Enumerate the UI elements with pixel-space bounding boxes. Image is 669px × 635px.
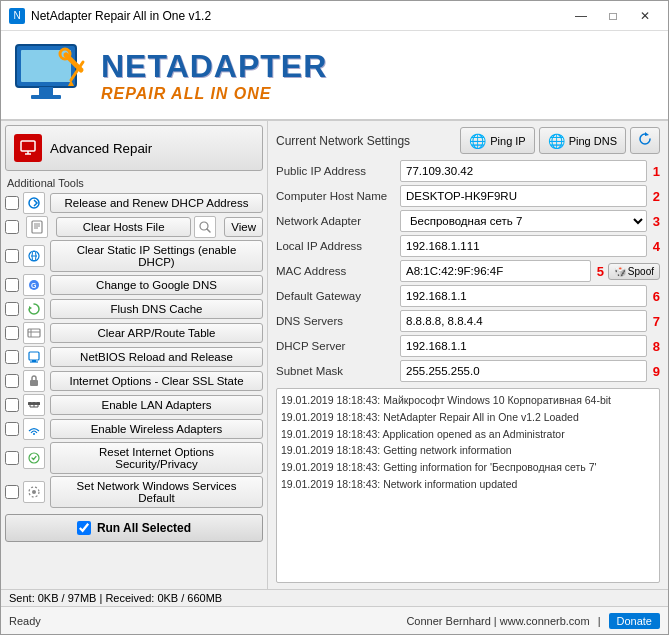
gateway-input[interactable] [400, 285, 647, 307]
right-panel: Current Network Settings 🌐 Ping IP 🌐 Pin… [268, 121, 668, 589]
local-ip-label: Local IP Address [276, 235, 396, 257]
internet-opts-checkbox[interactable] [5, 451, 19, 465]
refresh-button[interactable] [630, 127, 660, 154]
log-line: 19.01.2019 18:18:43: Майкрософт Windows … [281, 393, 655, 409]
network-adapter-select[interactable]: Беспроводная сеть 7 [400, 210, 647, 232]
status-right: Conner Bernhard | www.connerb.com | Dona… [406, 613, 660, 629]
log-line: 19.01.2019 18:18:43: Getting network inf… [281, 443, 655, 459]
additional-tools-label: Additional Tools [7, 177, 263, 189]
mac-input[interactable] [400, 260, 591, 282]
maximize-button[interactable]: □ [598, 6, 628, 26]
wireless-button[interactable]: Enable Wireless Adapters [50, 419, 263, 439]
computer-name-input[interactable] [400, 185, 647, 207]
google-dns-icon: G [23, 274, 45, 296]
services-button[interactable]: Set Network Windows Services Default [50, 476, 263, 508]
svg-rect-8 [21, 141, 35, 151]
flush-dns-button[interactable]: Flush DNS Cache [50, 299, 263, 319]
tool-row-lan: Enable LAN Adapters [5, 394, 263, 416]
services-checkbox[interactable] [5, 485, 19, 499]
dhcp-button[interactable]: Release and Renew DHCP Address [50, 193, 263, 213]
network-stats-text: Sent: 0KB / 97MB | Received: 0KB / 660MB [9, 592, 222, 604]
dns-number: 7 [653, 314, 660, 329]
svg-point-38 [33, 433, 35, 435]
run-all-checkbox[interactable] [77, 521, 91, 535]
flush-dns-icon [23, 298, 45, 320]
dhcp-server-number: 8 [653, 339, 660, 354]
log-line: 19.01.2019 18:18:43: Network information… [281, 477, 655, 493]
donate-button[interactable]: Donate [609, 613, 660, 629]
arp-icon [23, 322, 45, 344]
local-ip-row: 4 [400, 235, 660, 257]
internet-opts-button[interactable]: Reset Internet Options Security/Privacy [50, 442, 263, 474]
google-dns-checkbox[interactable] [5, 278, 19, 292]
arp-checkbox[interactable] [5, 326, 19, 340]
view-button[interactable]: View [224, 217, 263, 237]
netbios-checkbox[interactable] [5, 350, 19, 364]
network-section-title: Current Network Settings [276, 134, 410, 148]
logo-icon [11, 40, 91, 110]
svg-line-17 [207, 229, 210, 232]
main-content: Advanced Repair Additional Tools Release… [1, 121, 668, 589]
ssl-icon [23, 370, 45, 392]
log-line: 19.01.2019 18:18:43: Application opened … [281, 427, 655, 443]
minimize-button[interactable]: — [566, 6, 596, 26]
ssl-button[interactable]: Internet Options - Clear SSL State [50, 371, 263, 391]
logo-main-text: NETADAPTER [101, 48, 327, 85]
netbios-button[interactable]: NetBIOS Reload and Release [50, 347, 263, 367]
advanced-repair-button[interactable]: Advanced Repair [5, 125, 263, 171]
dns-input[interactable] [400, 310, 647, 332]
svg-rect-24 [28, 329, 40, 337]
static-button[interactable]: Clear Static IP Settings (enable DHCP) [50, 240, 263, 272]
wireless-checkbox[interactable] [5, 422, 19, 436]
public-ip-input[interactable] [400, 160, 647, 182]
lan-checkbox[interactable] [5, 398, 19, 412]
internet-opts-icon [23, 447, 45, 469]
left-panel: Advanced Repair Additional Tools Release… [1, 121, 268, 589]
hosts-icon [26, 216, 48, 238]
svg-marker-42 [645, 132, 649, 136]
svg-rect-12 [32, 221, 42, 233]
run-all-button[interactable]: Run All Selected [5, 514, 263, 542]
svg-rect-2 [39, 87, 53, 95]
flush-dns-checkbox[interactable] [5, 302, 19, 316]
subnet-label: Subnet Mask [276, 360, 396, 382]
google-dns-button[interactable]: Change to Google DNS [50, 275, 263, 295]
computer-name-label: Computer Host Name [276, 185, 396, 207]
main-window: N NetAdapter Repair All in One v1.2 — □ … [0, 0, 669, 635]
lan-button[interactable]: Enable LAN Adapters [50, 395, 263, 415]
spoof-button[interactable]: 🎲 Spoof [608, 263, 660, 280]
tool-row-dns: G Change to Google DNS [5, 274, 263, 296]
public-ip-number: 1 [653, 164, 660, 179]
svg-rect-27 [29, 352, 39, 360]
lan-icon [23, 394, 45, 416]
mac-label: MAC Address [276, 260, 396, 282]
svg-text:G: G [31, 282, 37, 289]
arp-button[interactable]: Clear ARP/Route Table [50, 323, 263, 343]
mac-row: 5 🎲 Spoof [400, 260, 660, 282]
local-ip-input[interactable] [400, 235, 647, 257]
subnet-input[interactable] [400, 360, 647, 382]
ping-dns-button[interactable]: 🌐 Ping DNS [539, 127, 626, 154]
static-checkbox[interactable] [5, 249, 19, 263]
netbios-icon [23, 346, 45, 368]
ping-ip-icon: 🌐 [469, 133, 486, 149]
hosts-checkbox[interactable] [5, 220, 19, 234]
log-line: 19.01.2019 18:18:43: NetAdapter Repair A… [281, 410, 655, 426]
tool-row-wireless: Enable Wireless Adapters [5, 418, 263, 440]
svg-rect-33 [36, 402, 40, 405]
svg-point-40 [32, 490, 36, 494]
close-button[interactable]: ✕ [630, 6, 660, 26]
log-line: 19.01.2019 18:18:43: Getting information… [281, 460, 655, 476]
ping-ip-button[interactable]: 🌐 Ping IP [460, 127, 534, 154]
clear-hosts-button[interactable]: Clear Hosts File [56, 217, 191, 237]
window-title: NetAdapter Repair All in One v1.2 [31, 9, 566, 23]
computer-name-number: 2 [653, 189, 660, 204]
mac-number: 5 [597, 264, 604, 279]
dhcp-checkbox[interactable] [5, 196, 19, 210]
public-ip-row: 1 [400, 160, 660, 182]
public-ip-label: Public IP Address [276, 160, 396, 182]
tool-row-arp: Clear ARP/Route Table [5, 322, 263, 344]
ssl-checkbox[interactable] [5, 374, 19, 388]
author-text: Conner Bernhard | www.connerb.com [406, 615, 589, 627]
dhcp-server-input[interactable] [400, 335, 647, 357]
